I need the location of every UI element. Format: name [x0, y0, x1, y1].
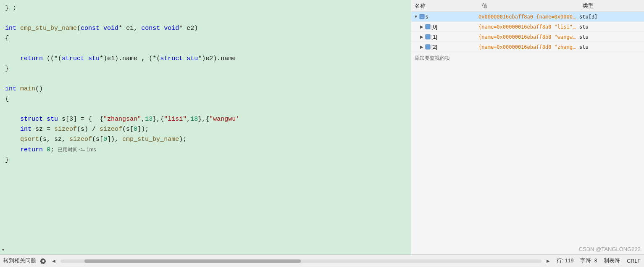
svg-rect-3 [426, 34, 430, 39]
watch-name-label-s: s [426, 14, 428, 20]
svg-point-5 [42, 260, 45, 262]
code-line-func-decl: int cmp_stu_by_name(const void* e1, cons… [0, 24, 411, 34]
code-panel: } ; int cmp_stu_by_name(const void* e1, … [0, 0, 411, 254]
status-right: 行: 119 字符: 3 制表符 CRLF [557, 257, 641, 264]
code-text: } [0, 64, 9, 74]
watch-row-name-2: ▶ [2] [411, 44, 478, 50]
svg-text:s: s [421, 16, 423, 19]
status-bar: 转到相关问题 ◀ ▶ 行: 119 字符: 3 制表符 CRLF [0, 254, 644, 267]
watch-row-value-2: {name=0x00000016ebaff8d0 "zhangs... [478, 44, 579, 50]
code-line-sz: int sz = sizeof(s) / sizeof(s[0]); [0, 124, 411, 135]
expand-arrow-0[interactable]: ▶ [419, 24, 425, 30]
watch-name-label-0: [0] [431, 24, 437, 30]
watch-row-type-0: stu [579, 24, 613, 30]
code-line-end: } [0, 155, 411, 165]
watch-row-value-0: {name=0x00000016ebaff8a0 "lisi" ag... [478, 24, 579, 30]
code-line-return: return ((*(struct stu*)e1).name , (*(str… [0, 54, 411, 64]
add-watch-item[interactable]: 添加要监视的项 [411, 52, 644, 64]
code-text: return 0;已用时间 <= 1ms [0, 145, 96, 155]
code-line: } [0, 64, 411, 74]
status-encoding: CRLF [627, 258, 641, 264]
watch-name-label-1: [1] [431, 34, 437, 40]
watch-row-0[interactable]: ▶ [0] {name=0x00000016ebaff8a0 "lisi" ag… [411, 22, 644, 32]
watch-row-2[interactable]: ▶ [2] {name=0x00000016ebaff8d0 "zhangs..… [411, 42, 644, 52]
code-line-return-main: return 0;已用时间 <= 1ms [0, 145, 411, 155]
code-line: { [0, 94, 411, 104]
watch-header: 名称 值 类型 [411, 0, 644, 12]
expand-arrow-s[interactable]: ▼ [413, 14, 419, 20]
code-text: return ((*(struct stu*)e1).name , (*(str… [0, 54, 236, 63]
scroll-left-arrow[interactable]: ◀ [50, 258, 57, 264]
watch-row-name-1: ▶ [1] [411, 34, 478, 40]
horizontal-scrollbar[interactable] [60, 259, 541, 263]
status-format: 制表符 [604, 257, 620, 264]
expand-arrow-2[interactable]: ▶ [419, 44, 425, 50]
watch-row-name-0: ▶ [0] [411, 24, 478, 30]
code-text: } ; [0, 4, 16, 13]
cube-icon-2 [425, 44, 431, 50]
watch-row-1[interactable]: ▶ [1] {name=0x00000016ebaff8b8 "wangw...… [411, 32, 644, 42]
cube-icon-s: s [419, 14, 425, 20]
cube-icon-1 [425, 34, 431, 40]
code-line-struct-init: struct stu s[3] = { {"zhangsan",13},{"li… [0, 114, 411, 124]
watch-panel: 名称 值 类型 ▼ s s 0x00000016ebaff8a0 {name=0… [411, 0, 644, 254]
watch-row-s[interactable]: ▼ s s 0x00000016ebaff8a0 {name=0x0000...… [411, 12, 644, 22]
code-line: } ; [0, 3, 411, 13]
code-text: int cmp_stu_by_name(const void* e1, cons… [0, 24, 198, 33]
svg-rect-4 [426, 45, 430, 49]
problem-label[interactable]: 转到相关问题 [3, 257, 36, 264]
svg-rect-2 [426, 24, 430, 29]
watch-row-type-1: stu [579, 34, 613, 40]
watch-name-label-2: [2] [431, 44, 437, 50]
code-text: } [0, 156, 9, 165]
code-text: int sz = sizeof(s) / sizeof(s[0]); [0, 125, 149, 134]
code-content: } ; int cmp_stu_by_name(const void* e1, … [0, 0, 411, 254]
main-area: } ; int cmp_stu_by_name(const void* e1, … [0, 0, 644, 254]
watch-row-type-2: stu [579, 44, 613, 50]
code-line-main-decl: int main() [0, 84, 411, 94]
code-line: { [0, 34, 411, 44]
code-text: struct stu s[3] = { {"zhangsan",13},{"li… [0, 115, 239, 124]
watch-col-value: 值 [478, 2, 579, 10]
code-line-qsort: qsort(s, sz, sizeof(s[0]), cmp_stu_by_na… [0, 135, 411, 145]
watch-row-value-s: 0x00000016ebaff8a0 {name=0x0000... [478, 14, 579, 20]
code-text: qsort(s, sz, sizeof(s[0]), cmp_stu_by_na… [0, 135, 187, 144]
watch-row-value-1: {name=0x00000016ebaff8b8 "wangw... [478, 34, 579, 40]
expand-arrow-1[interactable]: ▶ [419, 34, 425, 40]
cube-icon-0 [425, 24, 431, 30]
code-line-blank [0, 44, 411, 54]
settings-icon[interactable] [39, 257, 47, 265]
watch-col-type: 类型 [579, 2, 613, 10]
watch-col-name: 名称 [411, 2, 478, 10]
status-line: 行: 119 [557, 257, 574, 264]
code-line-blank [0, 104, 411, 114]
code-text: { [0, 95, 9, 104]
scroll-right-arrow[interactable]: ▶ [545, 258, 552, 264]
status-char: 字符: 3 [580, 257, 597, 264]
watch-row-name-s: ▼ s s [411, 14, 478, 20]
status-left: 转到相关问题 ◀ ▶ [3, 257, 552, 265]
watch-row-type-s: stu[3] [579, 14, 613, 20]
code-line-blank [0, 13, 411, 24]
time-badge: 已用时间 <= 1ms [58, 145, 96, 154]
scroll-down-arrow[interactable]: ▼ [1, 248, 5, 253]
code-text: int main() [0, 85, 43, 94]
scrollbar-thumb [84, 259, 301, 263]
code-line-blank [0, 74, 411, 84]
code-text: { [0, 34, 9, 43]
